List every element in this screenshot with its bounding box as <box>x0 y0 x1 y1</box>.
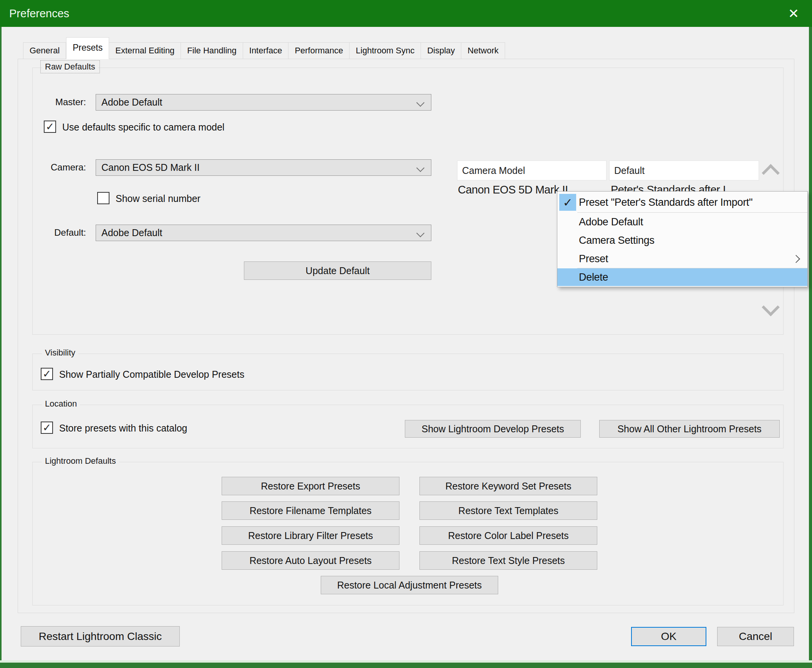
default-label: Default: <box>32 227 86 239</box>
tab-lightroom-sync[interactable]: Lightroom Sync <box>350 42 421 59</box>
menu-item-camera-settings[interactable]: Camera Settings <box>558 231 807 250</box>
use-defaults-checkbox[interactable]: ✓ <box>44 120 56 133</box>
menu-item-delete[interactable]: Delete <box>558 268 807 286</box>
raw-defaults-group-label: Raw Defaults <box>42 62 98 72</box>
restore-export-presets-button[interactable]: Restore Export Presets <box>222 477 400 495</box>
restart-lightroom-button[interactable]: Restart Lightroom Classic <box>21 626 180 646</box>
menu-item-preset-checked[interactable]: ✓ Preset "Peter's Standards after Import… <box>558 192 807 212</box>
window-border-right <box>809 27 812 663</box>
master-label: Master: <box>32 96 86 108</box>
menu-item-label: Delete <box>579 271 608 283</box>
show-develop-presets-button[interactable]: Show Lightroom Develop Presets <box>405 420 581 438</box>
ok-button[interactable]: OK <box>631 627 707 646</box>
window-border-left <box>0 27 2 663</box>
tab-strip: General Presets External Editing File Ha… <box>23 37 505 59</box>
show-other-presets-button[interactable]: Show All Other Lightroom Presets <box>599 420 780 438</box>
default-dropdown-value: Adobe Default <box>101 227 162 239</box>
visibility-group-label: Visibility <box>42 348 79 358</box>
tab-performance[interactable]: Performance <box>288 42 350 59</box>
submenu-arrow-icon <box>792 255 800 263</box>
master-dropdown[interactable]: Adobe Default <box>95 94 431 110</box>
checkmark-icon: ✓ <box>43 421 52 434</box>
camera-dropdown-value: Canon EOS 5D Mark II <box>101 162 200 173</box>
tab-display[interactable]: Display <box>421 42 461 59</box>
location-group-label: Location <box>42 399 80 409</box>
restore-library-filter-presets-button[interactable]: Restore Library Filter Presets <box>222 526 400 545</box>
show-serial-label: Show serial number <box>116 193 201 204</box>
window-border-bottom <box>0 663 812 668</box>
context-menu: ✓ Preset "Peter's Standards after Import… <box>557 191 808 287</box>
default-dropdown[interactable]: Adobe Default <box>95 225 431 241</box>
restore-text-templates-button[interactable]: Restore Text Templates <box>419 501 597 520</box>
show-serial-checkbox[interactable] <box>97 192 109 204</box>
store-presets-label: Store presets with this catalog <box>59 422 188 434</box>
menu-item-label: Adobe Default <box>579 216 643 228</box>
tab-file-handling[interactable]: File Handling <box>181 42 243 59</box>
close-button[interactable]: ✕ <box>775 0 812 27</box>
show-partial-label: Show Partially Compatible Develop Preset… <box>59 369 244 380</box>
menu-item-label: Camera Settings <box>579 235 655 247</box>
camera-model-column-header: Camera Model <box>457 160 606 180</box>
update-default-button[interactable]: Update Default <box>244 261 431 280</box>
restore-keyword-set-presets-button[interactable]: Restore Keyword Set Presets <box>419 477 597 495</box>
menu-item-preset-submenu[interactable]: Preset <box>558 250 807 268</box>
preferences-dialog: Preferences ✕ General Presets External E… <box>0 0 812 668</box>
tab-presets[interactable]: Presets <box>66 37 109 59</box>
checkmark-icon: ✓ <box>43 368 52 380</box>
tab-external-editing[interactable]: External Editing <box>109 42 181 59</box>
lightroom-defaults-group-label: Lightroom Defaults <box>42 456 119 466</box>
camera-label: Camera: <box>32 162 86 173</box>
window-title: Preferences <box>9 0 69 27</box>
close-icon: ✕ <box>788 6 799 21</box>
cancel-button[interactable]: Cancel <box>717 627 794 646</box>
store-presets-checkbox[interactable]: ✓ <box>41 421 53 434</box>
master-dropdown-value: Adobe Default <box>101 97 162 108</box>
menu-checkmark-box: ✓ <box>559 194 576 211</box>
camera-dropdown[interactable]: Canon EOS 5D Mark II <box>95 159 431 176</box>
restore-auto-layout-presets-button[interactable]: Restore Auto Layout Presets <box>222 551 400 570</box>
default-column-header: Default <box>609 160 759 180</box>
menu-item-label: Preset <box>579 253 608 265</box>
restore-local-adjustment-presets-button[interactable]: Restore Local Adjustment Presets <box>321 576 498 594</box>
chevron-down-icon <box>416 164 424 172</box>
titlebar: Preferences <box>0 0 812 27</box>
checkmark-icon: ✓ <box>46 120 55 133</box>
checkmark-icon: ✓ <box>563 196 573 209</box>
use-defaults-label: Use defaults specific to camera model <box>62 121 224 133</box>
chevron-down-icon <box>416 229 424 237</box>
menu-item-adobe-default[interactable]: Adobe Default <box>558 213 807 231</box>
tab-network[interactable]: Network <box>461 42 505 59</box>
tab-general[interactable]: General <box>23 42 66 59</box>
show-partial-checkbox[interactable]: ✓ <box>41 368 53 380</box>
restore-text-style-presets-button[interactable]: Restore Text Style Presets <box>419 551 597 570</box>
menu-item-label: Preset "Peter's Standards after Import" <box>579 197 752 209</box>
restore-filename-templates-button[interactable]: Restore Filename Templates <box>222 501 400 520</box>
tab-interface[interactable]: Interface <box>243 42 289 59</box>
chevron-down-icon <box>416 99 424 107</box>
restore-color-label-presets-button[interactable]: Restore Color Label Presets <box>419 526 597 545</box>
